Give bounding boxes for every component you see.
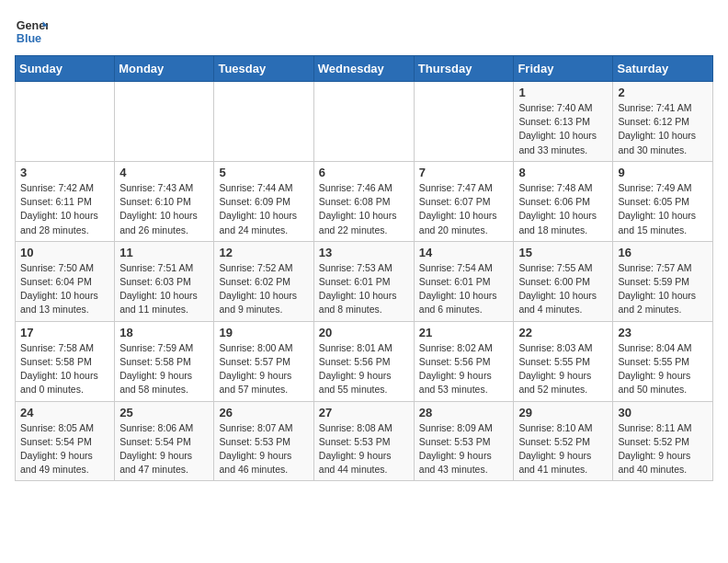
day-number: 27 — [319, 406, 409, 419]
calendar-header: SundayMondayTuesdayWednesdayThursdayFrid… — [16, 56, 713, 82]
day-info: Sunrise: 8:05 AM Sunset: 5:54 PM Dayligh… — [20, 421, 109, 477]
day-number: 24 — [20, 406, 109, 419]
day-number: 12 — [219, 246, 308, 259]
calendar-cell: 9Sunrise: 7:49 AM Sunset: 6:05 PM Daylig… — [613, 161, 713, 241]
day-info: Sunrise: 7:53 AM Sunset: 6:01 PM Dayligh… — [319, 261, 409, 317]
calendar-cell: 2Sunrise: 7:41 AM Sunset: 6:12 PM Daylig… — [613, 82, 713, 162]
day-number: 26 — [219, 406, 308, 419]
weekday-header-wednesday: Wednesday — [313, 56, 414, 82]
day-number: 14 — [419, 246, 509, 259]
calendar-week-4: 17Sunrise: 7:58 AM Sunset: 5:58 PM Dayli… — [16, 321, 713, 401]
day-number: 4 — [119, 166, 209, 179]
weekday-header-tuesday: Tuesday — [214, 56, 313, 82]
weekday-header-thursday: Thursday — [414, 56, 514, 82]
day-number: 30 — [618, 406, 708, 419]
calendar-cell: 30Sunrise: 8:11 AM Sunset: 5:52 PM Dayli… — [613, 401, 713, 481]
day-number: 29 — [518, 406, 608, 419]
day-info: Sunrise: 8:10 AM Sunset: 5:52 PM Dayligh… — [518, 421, 608, 477]
calendar-cell: 3Sunrise: 7:42 AM Sunset: 6:11 PM Daylig… — [16, 161, 115, 241]
calendar-cell: 5Sunrise: 7:44 AM Sunset: 6:09 PM Daylig… — [214, 161, 313, 241]
logo: General Blue — [15, 15, 48, 48]
weekday-header-row: SundayMondayTuesdayWednesdayThursdayFrid… — [16, 56, 713, 82]
calendar-cell: 10Sunrise: 7:50 AM Sunset: 6:04 PM Dayli… — [16, 241, 115, 321]
calendar-week-3: 10Sunrise: 7:50 AM Sunset: 6:04 PM Dayli… — [16, 241, 713, 321]
day-info: Sunrise: 8:07 AM Sunset: 5:53 PM Dayligh… — [219, 421, 308, 477]
day-number: 23 — [618, 326, 708, 339]
day-info: Sunrise: 7:48 AM Sunset: 6:06 PM Dayligh… — [518, 181, 608, 237]
day-info: Sunrise: 7:52 AM Sunset: 6:02 PM Dayligh… — [219, 261, 308, 317]
day-number: 22 — [518, 326, 608, 339]
calendar-cell — [16, 82, 115, 162]
calendar-cell: 23Sunrise: 8:04 AM Sunset: 5:55 PM Dayli… — [613, 321, 713, 401]
calendar-cell: 11Sunrise: 7:51 AM Sunset: 6:03 PM Dayli… — [115, 241, 214, 321]
calendar-cell: 13Sunrise: 7:53 AM Sunset: 6:01 PM Dayli… — [313, 241, 414, 321]
day-info: Sunrise: 8:04 AM Sunset: 5:55 PM Dayligh… — [618, 341, 708, 397]
calendar-cell: 17Sunrise: 7:58 AM Sunset: 5:58 PM Dayli… — [16, 321, 115, 401]
day-info: Sunrise: 7:40 AM Sunset: 6:13 PM Dayligh… — [518, 101, 608, 157]
calendar-cell: 12Sunrise: 7:52 AM Sunset: 6:02 PM Dayli… — [214, 241, 313, 321]
calendar-cell: 24Sunrise: 8:05 AM Sunset: 5:54 PM Dayli… — [16, 401, 115, 481]
day-info: Sunrise: 8:02 AM Sunset: 5:56 PM Dayligh… — [419, 341, 509, 397]
day-number: 10 — [20, 246, 109, 259]
day-number: 17 — [20, 326, 109, 339]
day-number: 25 — [119, 406, 209, 419]
weekday-header-sunday: Sunday — [16, 56, 115, 82]
day-info: Sunrise: 7:46 AM Sunset: 6:08 PM Dayligh… — [319, 181, 409, 237]
day-number: 28 — [419, 406, 509, 419]
calendar-cell: 6Sunrise: 7:46 AM Sunset: 6:08 PM Daylig… — [313, 161, 414, 241]
calendar-cell: 4Sunrise: 7:43 AM Sunset: 6:10 PM Daylig… — [115, 161, 214, 241]
day-info: Sunrise: 7:54 AM Sunset: 6:01 PM Dayligh… — [419, 261, 509, 317]
day-info: Sunrise: 7:47 AM Sunset: 6:07 PM Dayligh… — [419, 181, 509, 237]
calendar-cell: 16Sunrise: 7:57 AM Sunset: 5:59 PM Dayli… — [613, 241, 713, 321]
calendar-cell: 26Sunrise: 8:07 AM Sunset: 5:53 PM Dayli… — [214, 401, 313, 481]
calendar-table: SundayMondayTuesdayWednesdayThursdayFrid… — [15, 55, 713, 481]
day-number: 16 — [618, 246, 708, 259]
calendar-cell: 18Sunrise: 7:59 AM Sunset: 5:58 PM Dayli… — [115, 321, 214, 401]
day-number: 20 — [319, 326, 409, 339]
weekday-header-friday: Friday — [514, 56, 613, 82]
day-number: 5 — [219, 166, 308, 179]
day-number: 7 — [419, 166, 509, 179]
day-info: Sunrise: 7:51 AM Sunset: 6:03 PM Dayligh… — [119, 261, 209, 317]
day-info: Sunrise: 8:00 AM Sunset: 5:57 PM Dayligh… — [219, 341, 308, 397]
day-number: 19 — [219, 326, 308, 339]
day-number: 9 — [618, 166, 708, 179]
day-info: Sunrise: 7:59 AM Sunset: 5:58 PM Dayligh… — [119, 341, 209, 397]
calendar-week-2: 3Sunrise: 7:42 AM Sunset: 6:11 PM Daylig… — [16, 161, 713, 241]
calendar-cell: 27Sunrise: 8:08 AM Sunset: 5:53 PM Dayli… — [313, 401, 414, 481]
calendar-cell — [115, 82, 214, 162]
calendar-cell: 25Sunrise: 8:06 AM Sunset: 5:54 PM Dayli… — [115, 401, 214, 481]
day-number: 18 — [119, 326, 209, 339]
calendar-cell: 19Sunrise: 8:00 AM Sunset: 5:57 PM Dayli… — [214, 321, 313, 401]
calendar-cell: 20Sunrise: 8:01 AM Sunset: 5:56 PM Dayli… — [313, 321, 414, 401]
day-number: 1 — [518, 86, 608, 99]
day-info: Sunrise: 7:58 AM Sunset: 5:58 PM Dayligh… — [20, 341, 109, 397]
day-info: Sunrise: 7:42 AM Sunset: 6:11 PM Dayligh… — [20, 181, 109, 237]
day-number: 2 — [618, 86, 708, 99]
calendar-cell: 28Sunrise: 8:09 AM Sunset: 5:53 PM Dayli… — [414, 401, 514, 481]
calendar-cell: 15Sunrise: 7:55 AM Sunset: 6:00 PM Dayli… — [514, 241, 613, 321]
day-info: Sunrise: 8:03 AM Sunset: 5:55 PM Dayligh… — [518, 341, 608, 397]
day-info: Sunrise: 7:43 AM Sunset: 6:10 PM Dayligh… — [119, 181, 209, 237]
day-number: 11 — [119, 246, 209, 259]
day-number: 15 — [518, 246, 608, 259]
calendar-week-1: 1Sunrise: 7:40 AM Sunset: 6:13 PM Daylig… — [16, 82, 713, 162]
day-info: Sunrise: 7:44 AM Sunset: 6:09 PM Dayligh… — [219, 181, 308, 237]
calendar-cell — [214, 82, 313, 162]
calendar-cell: 21Sunrise: 8:02 AM Sunset: 5:56 PM Dayli… — [414, 321, 514, 401]
day-number: 6 — [319, 166, 409, 179]
calendar-cell: 7Sunrise: 7:47 AM Sunset: 6:07 PM Daylig… — [414, 161, 514, 241]
day-info: Sunrise: 8:11 AM Sunset: 5:52 PM Dayligh… — [618, 421, 708, 477]
calendar-body: 1Sunrise: 7:40 AM Sunset: 6:13 PM Daylig… — [16, 82, 713, 481]
day-info: Sunrise: 8:09 AM Sunset: 5:53 PM Dayligh… — [419, 421, 509, 477]
calendar-cell: 29Sunrise: 8:10 AM Sunset: 5:52 PM Dayli… — [514, 401, 613, 481]
calendar-cell: 1Sunrise: 7:40 AM Sunset: 6:13 PM Daylig… — [514, 82, 613, 162]
svg-text:Blue: Blue — [17, 32, 41, 45]
day-info: Sunrise: 7:50 AM Sunset: 6:04 PM Dayligh… — [20, 261, 109, 317]
day-number: 8 — [518, 166, 608, 179]
calendar-cell: 8Sunrise: 7:48 AM Sunset: 6:06 PM Daylig… — [514, 161, 613, 241]
day-info: Sunrise: 7:49 AM Sunset: 6:05 PM Dayligh… — [618, 181, 708, 237]
page-header: General Blue — [15, 15, 713, 48]
day-info: Sunrise: 8:01 AM Sunset: 5:56 PM Dayligh… — [319, 341, 409, 397]
day-number: 21 — [419, 326, 509, 339]
